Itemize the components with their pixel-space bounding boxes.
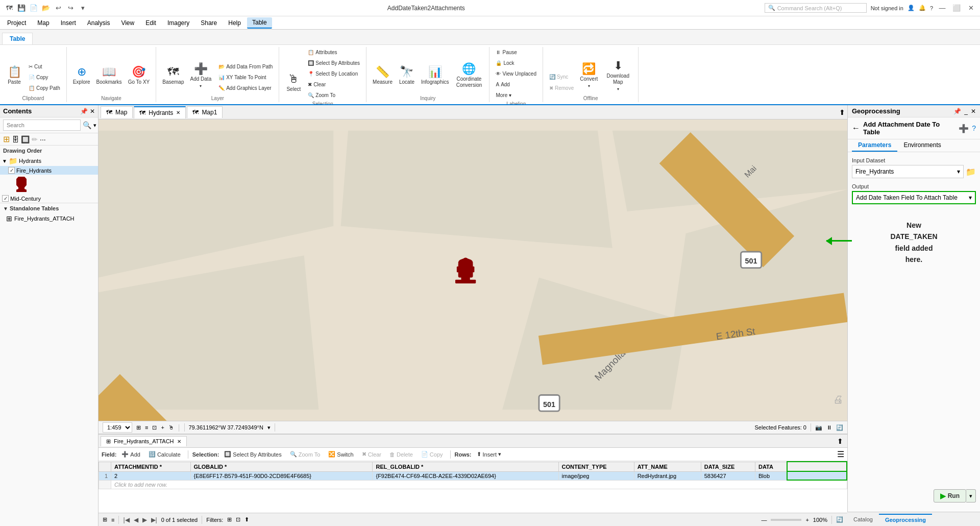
col-globalid[interactable]: GLOBALID * — [190, 462, 373, 471]
more-options-icon[interactable]: ··· — [40, 135, 46, 144]
select-by-attributes-btn[interactable]: 🔲 Select By Attributes — [306, 58, 362, 68]
tabs-collapse-icon[interactable]: ⬆ — [839, 108, 845, 116]
panel-minimize-icon[interactable]: _ — [964, 108, 968, 115]
more-label-btn[interactable]: More ▾ — [494, 90, 538, 100]
first-page-btn[interactable]: |◀ — [123, 516, 129, 523]
map-tools-icon3[interactable]: ⊡ — [152, 424, 157, 431]
mid-century-item[interactable]: Mid-Century — [0, 194, 98, 203]
add-to-favorites-icon[interactable]: ➕ — [959, 124, 969, 133]
refresh-map-icon[interactable]: 🔄 — [836, 424, 843, 431]
col-rel-globalid[interactable]: REL_GLOBALID * — [373, 462, 558, 471]
view-unplaced-btn[interactable]: 👁 View Unplaced — [494, 68, 538, 79]
col-attachmentid[interactable]: ATTACHMENTID * — [111, 462, 191, 471]
cut-btn[interactable]: ✂ Cut — [27, 61, 62, 71]
new-icon[interactable]: 📄 — [29, 3, 39, 13]
bell-icon[interactable]: 🔔 — [919, 5, 926, 11]
hydrants-group-item[interactable]: ▼ 📁 Hydrants — [0, 156, 98, 166]
fire-hydrants-attach-item[interactable]: ⊞ Fire_Hydrants_ATTACH — [0, 213, 98, 224]
menu-map[interactable]: Map — [32, 18, 54, 28]
user-icon[interactable]: 👤 — [908, 5, 915, 11]
filter-icon2[interactable]: ⊡ — [236, 516, 240, 523]
input-dataset-select[interactable]: Fire_Hydrants ▾ — [852, 165, 964, 178]
copy-table-btn[interactable]: 📄 Copy — [418, 450, 446, 459]
zoom-minus-btn[interactable]: — — [761, 517, 767, 523]
menu-view[interactable]: View — [116, 18, 139, 28]
table-options-icon[interactable]: ☰ — [837, 449, 844, 459]
col-data[interactable]: DATA — [755, 462, 787, 471]
map-tools-icon2[interactable]: ≡ — [145, 424, 148, 431]
zoom-slider[interactable] — [771, 519, 801, 521]
panel-close-icon[interactable]: ✕ — [971, 108, 976, 115]
locate-btn[interactable]: 🔭 Locate — [397, 58, 417, 93]
coord-conversion-btn[interactable]: 🌐 Coordinate Conversion — [453, 58, 485, 93]
close-tab-icon[interactable]: ✕ — [176, 110, 180, 115]
col-data-size[interactable]: DATA_SIZE — [701, 462, 755, 471]
paste-btn[interactable]: 📋 Paste — [4, 58, 24, 93]
close-btn[interactable]: ✕ — [966, 3, 976, 13]
basemap-btn[interactable]: 🗺 Basemap — [160, 58, 186, 93]
measure-btn[interactable]: 📏 Measure — [371, 58, 395, 93]
run-btn[interactable]: ▶ Run — [934, 489, 966, 503]
list-view-icon2[interactable]: ≡ — [111, 517, 114, 523]
filter-icon1[interactable]: ⊞ — [227, 516, 232, 523]
fire-hydrants-attach-tab[interactable]: ⊞ Fire_Hydrants_ATTACH ✕ — [101, 436, 187, 446]
grid-view-icon[interactable]: ⊞ — [103, 516, 107, 523]
add-data-btn[interactable]: ➕ Add Data ▾ — [188, 58, 214, 93]
filter-icon3[interactable]: ⬆ — [244, 516, 249, 523]
select-btn[interactable]: 🖱 Select — [283, 65, 304, 100]
redo-icon[interactable]: ↪ — [65, 3, 76, 13]
map-view[interactable]: Magnolia Ave E 12th St Mai 501 501 — [99, 119, 847, 421]
add-data-from-path-btn[interactable]: 📂 Add Data From Path — [216, 61, 275, 71]
menu-help[interactable]: Help — [223, 18, 246, 28]
zoom-plus-btn[interactable]: + — [805, 517, 808, 523]
cylinder-icon[interactable]: 🗄 — [12, 135, 19, 144]
prev-page-btn[interactable]: ◀ — [134, 516, 138, 523]
input-dataset-folder-icon[interactable]: 📁 — [966, 167, 976, 177]
col-date-taken[interactable] — [787, 462, 847, 471]
new-row[interactable]: Click to add new row. — [99, 480, 847, 489]
menu-imagery[interactable]: Imagery — [162, 18, 194, 28]
copy-path-btn[interactable]: 📋 Copy Path — [27, 83, 62, 93]
refresh-table-icon[interactable]: 🔄 — [836, 516, 843, 523]
clear-table-btn[interactable]: ✖ Clear — [359, 450, 384, 459]
bookmarks-btn[interactable]: 📖 Bookmarks — [94, 58, 124, 93]
fire-hydrants-checkbox[interactable] — [8, 167, 15, 174]
dropdown-icon[interactable]: ▾ — [78, 3, 88, 13]
search-btn[interactable]: 🔍 — [83, 121, 91, 129]
output-dropdown[interactable]: ▾ — [969, 194, 972, 201]
insert-btn[interactable]: ⬆ Insert ▾ — [474, 450, 505, 459]
calculate-btn[interactable]: 🔢 Calculate — [145, 450, 184, 459]
zoom-to-btn[interactable]: 🔍 Zoom To — [306, 90, 362, 100]
edit-icon[interactable]: ✏ — [32, 135, 38, 144]
map-tab-map1[interactable]: 🗺 Map1 — [187, 106, 223, 118]
run-dropdown-btn[interactable]: ▾ — [966, 489, 976, 503]
coordinates-dropdown[interactable]: ▾ — [267, 424, 271, 431]
geo-tab-parameters[interactable]: Parameters — [852, 139, 897, 152]
last-page-btn[interactable]: ▶| — [151, 516, 157, 523]
col-att-name[interactable]: ATT_NAME — [634, 462, 701, 471]
mid-century-checkbox[interactable] — [2, 195, 9, 202]
command-search[interactable]: 🔍 Command Search (Alt+Q) — [765, 3, 867, 13]
pin-icon[interactable]: 📌 — [80, 108, 88, 115]
copy-btn[interactable]: 📄 Copy — [27, 72, 62, 82]
sidebar-close-icon[interactable]: ✕ — [90, 108, 95, 115]
back-icon[interactable]: ← — [852, 124, 860, 133]
menu-insert[interactable]: Insert — [56, 18, 81, 28]
add-label-btn[interactable]: A Add — [494, 79, 538, 89]
map-tools-icon5[interactable]: 🖱 — [168, 424, 174, 431]
zoom-to-table-btn[interactable]: 🔍 Zoom To — [287, 450, 324, 459]
snapshot-icon[interactable]: 📷 — [815, 424, 822, 431]
open-icon[interactable]: 📂 — [41, 3, 51, 13]
select-by-attr-table-btn[interactable]: 🔲 Select By Attributes — [221, 450, 284, 459]
remove-btn[interactable]: ✖ Remove — [547, 83, 576, 93]
delete-btn[interactable]: 🗑 Delete — [386, 450, 416, 459]
lock-btn[interactable]: 🔒 Lock — [494, 58, 538, 68]
table-collapse-icon[interactable]: ⬆ — [837, 437, 843, 445]
explore-btn[interactable]: ⊕ Explore — [71, 58, 92, 93]
fire-hydrants-layer-item[interactable]: Fire_Hydrants — [0, 166, 98, 175]
menu-analysis[interactable]: Analysis — [82, 18, 115, 28]
restore-btn[interactable]: ⬜ — [951, 3, 962, 13]
help-icon[interactable]: ? — [930, 5, 933, 11]
next-page-btn[interactable]: ▶ — [142, 516, 147, 523]
help-geoprocessing-icon[interactable]: ? — [972, 124, 976, 132]
